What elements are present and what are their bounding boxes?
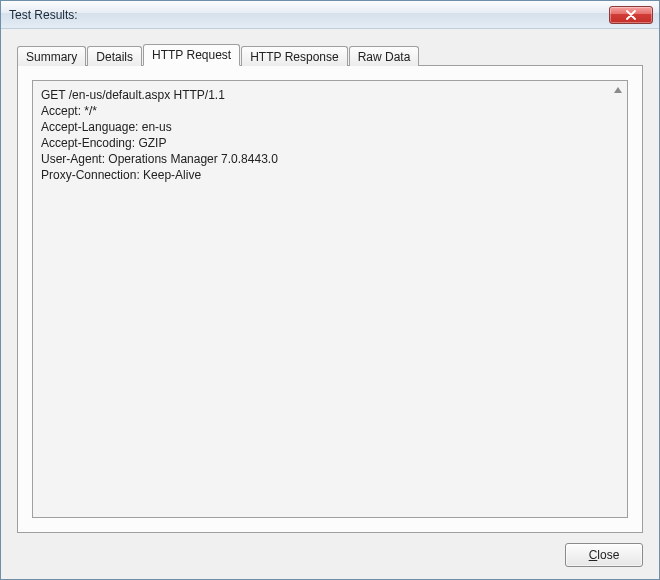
client-area: Summary Details HTTP Request HTTP Respon…: [1, 29, 659, 579]
tab-http-response[interactable]: HTTP Response: [241, 46, 347, 66]
titlebar[interactable]: Test Results:: [1, 1, 659, 29]
tab-summary[interactable]: Summary: [17, 46, 86, 66]
tab-http-request[interactable]: HTTP Request: [143, 44, 240, 66]
close-button[interactable]: Close: [565, 543, 643, 567]
tab-label: Details: [96, 50, 133, 64]
dialog-footer: Close: [17, 533, 643, 567]
tab-label: HTTP Request: [152, 48, 231, 62]
scroll-up-icon[interactable]: [613, 85, 623, 95]
tab-raw-data[interactable]: Raw Data: [349, 46, 420, 66]
close-button-rest: lose: [597, 548, 619, 562]
tab-label: Summary: [26, 50, 77, 64]
http-request-content[interactable]: GET /en-us/default.aspx HTTP/1.1 Accept:…: [32, 80, 628, 518]
tabstrip: Summary Details HTTP Request HTTP Respon…: [17, 43, 643, 65]
http-request-text: GET /en-us/default.aspx HTTP/1.1 Accept:…: [41, 87, 619, 183]
tab-label: HTTP Response: [250, 50, 338, 64]
window-close-button[interactable]: [609, 6, 653, 24]
tab-label: Raw Data: [358, 50, 411, 64]
dialog-window: Test Results: Summary Details HTTP Reque…: [0, 0, 660, 580]
tab-details[interactable]: Details: [87, 46, 142, 66]
close-icon: [625, 10, 637, 20]
window-title: Test Results:: [9, 8, 609, 22]
tabpanel: GET /en-us/default.aspx HTTP/1.1 Accept:…: [17, 65, 643, 533]
